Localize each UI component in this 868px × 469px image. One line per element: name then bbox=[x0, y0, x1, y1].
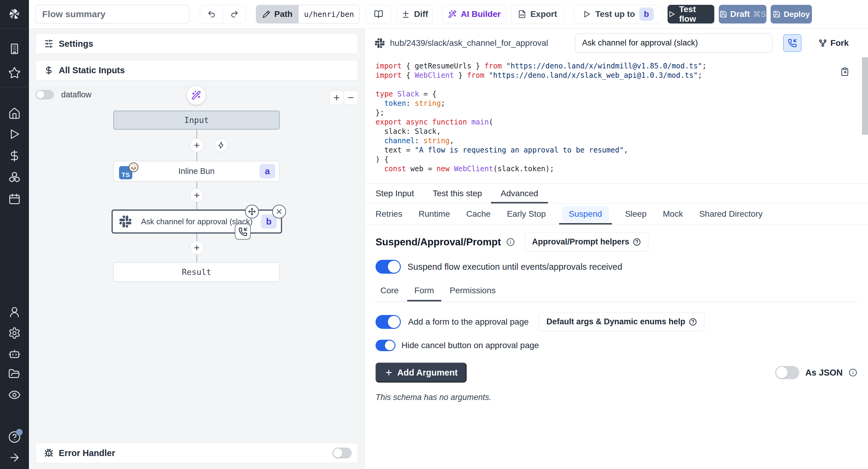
tab-step-input[interactable]: Step Input bbox=[375, 184, 414, 203]
delete-node-button[interactable] bbox=[272, 205, 286, 219]
suspend-section: Suspend/Approval/Prompt Approval/Prompt … bbox=[365, 224, 868, 402]
subtab-retries[interactable]: Retries bbox=[375, 204, 402, 224]
ai-builder-button[interactable]: AI Builder bbox=[442, 5, 506, 24]
add-form-toggle[interactable] bbox=[375, 315, 401, 329]
diff-button[interactable]: Diff bbox=[397, 5, 433, 24]
expand-sidebar-arrow-icon[interactable] bbox=[8, 451, 21, 464]
all-static-inputs-row[interactable]: All Static Inputs bbox=[36, 60, 358, 81]
move-node-handle[interactable] bbox=[245, 205, 259, 219]
tab-advanced[interactable]: Advanced bbox=[501, 184, 538, 203]
fork-button[interactable]: Fork bbox=[818, 38, 849, 48]
hide-cancel-toggle[interactable] bbox=[375, 340, 396, 351]
subtab-sleep[interactable]: Sleep bbox=[625, 204, 647, 224]
wand-sparkles-icon bbox=[448, 10, 457, 19]
plus-icon bbox=[193, 244, 200, 251]
test-flow-label: Test flow bbox=[679, 4, 714, 24]
plus-icon bbox=[193, 192, 200, 199]
inner-tab-form[interactable]: Form bbox=[414, 286, 434, 302]
home-icon[interactable] bbox=[8, 107, 21, 120]
inner-tab-core[interactable]: Core bbox=[380, 286, 399, 302]
insert-step-button-1[interactable] bbox=[190, 138, 204, 152]
all-static-inputs-label: All Static Inputs bbox=[59, 65, 125, 75]
flow-editor-panel: Settings All Static Inputs dataflow Inpu… bbox=[29, 29, 365, 469]
copy-code-button[interactable] bbox=[840, 67, 849, 76]
subtab-suspend[interactable]: Suspend bbox=[562, 204, 609, 224]
inner-tab-permissions[interactable]: Permissions bbox=[450, 286, 495, 302]
dataflow-toggle[interactable] bbox=[36, 90, 54, 99]
schedules-icon[interactable] bbox=[8, 193, 21, 205]
folders-icon[interactable] bbox=[8, 368, 21, 381]
deploy-button[interactable]: Deploy bbox=[771, 5, 812, 24]
zoom-out-button[interactable] bbox=[344, 90, 358, 105]
typescript-bun-icon: TS bbox=[119, 164, 140, 179]
error-handler-row[interactable]: Error Handler bbox=[36, 443, 358, 463]
audit-eye-icon[interactable] bbox=[8, 388, 21, 401]
subtab-early-stop[interactable]: Early Stop bbox=[507, 204, 546, 224]
workers-bot-icon[interactable] bbox=[8, 347, 21, 360]
plus-icon bbox=[193, 142, 200, 149]
default-args-help-button[interactable]: Default args & Dynamic enums help bbox=[539, 312, 704, 331]
subtab-cache[interactable]: Cache bbox=[466, 204, 491, 224]
export-button[interactable]: Export bbox=[511, 5, 564, 24]
path-edit-segment[interactable]: Path bbox=[256, 5, 299, 23]
inline-bun-label: Inline Bun bbox=[179, 167, 215, 176]
insert-step-button-3[interactable] bbox=[190, 241, 204, 255]
suspend-flow-toggle[interactable] bbox=[375, 260, 401, 274]
subtab-runtime[interactable]: Runtime bbox=[418, 204, 450, 224]
add-argument-button[interactable]: Add Argument bbox=[375, 363, 467, 382]
path-value[interactable]: u/henri/ben bbox=[299, 5, 360, 23]
flow-node-result[interactable]: Result bbox=[113, 262, 280, 282]
test-up-to-step-badge[interactable]: b bbox=[639, 7, 654, 21]
draft-label: Draft bbox=[730, 9, 750, 19]
redo-button[interactable] bbox=[223, 5, 246, 23]
flow-summary-input[interactable] bbox=[35, 5, 189, 24]
help-icon[interactable] bbox=[8, 431, 21, 443]
phone-incoming-icon bbox=[788, 39, 797, 48]
settings-row[interactable]: Settings bbox=[36, 33, 358, 54]
suspend-phone-incoming-indicator[interactable] bbox=[235, 224, 251, 240]
as-json-control: As JSON bbox=[775, 366, 857, 379]
step-header: hub/2439/slack/ask_channel_for_approval … bbox=[365, 29, 868, 57]
subtab-mock[interactable]: Mock bbox=[663, 204, 683, 224]
flow-node-inline-bun[interactable]: TS Inline Bun a bbox=[113, 161, 280, 182]
code-scrollbar[interactable] bbox=[862, 57, 868, 135]
ai-flow-wand-button[interactable] bbox=[187, 86, 206, 104]
step-name-input[interactable] bbox=[575, 33, 772, 53]
resources-icon[interactable] bbox=[8, 171, 21, 184]
settings-label: Settings bbox=[59, 39, 93, 49]
test-flow-button[interactable]: Test flow bbox=[668, 5, 714, 24]
book-open-icon bbox=[374, 10, 383, 19]
draft-button[interactable]: Draft ⌘S bbox=[719, 5, 767, 24]
approval-step-indicator-button[interactable] bbox=[783, 34, 801, 52]
windmill-logo[interactable] bbox=[0, 0, 29, 29]
favorites-star-icon[interactable] bbox=[8, 67, 21, 79]
test-up-to-button[interactable]: Test up to b bbox=[574, 5, 662, 24]
zoom-in-button[interactable] bbox=[330, 90, 344, 105]
step-tabs: Step Input Test this step Advanced bbox=[365, 184, 868, 204]
approval-prompt-helpers-button[interactable]: Approval/Prompt helpers bbox=[524, 232, 648, 251]
slack-icon bbox=[119, 216, 131, 227]
insert-step-button-2[interactable] bbox=[190, 188, 204, 202]
tab-test-this-step[interactable]: Test this step bbox=[433, 184, 482, 203]
code-editor[interactable]: import { getResumeUrls } from "https://d… bbox=[365, 57, 868, 184]
diff-icon bbox=[401, 10, 410, 19]
subtab-shared-directory[interactable]: Shared Directory bbox=[699, 204, 763, 224]
file-code-icon bbox=[518, 10, 526, 19]
flow-node-input[interactable]: Input bbox=[113, 111, 280, 130]
windmill-logo-icon bbox=[7, 7, 22, 21]
help-circle-icon bbox=[633, 238, 641, 246]
workspace-icon[interactable] bbox=[8, 42, 21, 55]
as-json-label: As JSON bbox=[805, 368, 843, 378]
users-icon[interactable] bbox=[8, 306, 21, 318]
settings-gear-icon[interactable] bbox=[8, 327, 21, 339]
path-control[interactable]: Path u/henri/ben bbox=[256, 5, 360, 24]
result-node-label: Result bbox=[182, 268, 211, 277]
as-json-toggle[interactable] bbox=[775, 366, 799, 379]
runs-icon[interactable] bbox=[8, 128, 21, 140]
docs-book-button[interactable] bbox=[366, 5, 391, 24]
undo-button[interactable] bbox=[200, 5, 223, 23]
variables-icon[interactable] bbox=[8, 150, 21, 162]
hub-path-text[interactable]: hub/2439/slack/ask_channel_for_approval bbox=[390, 38, 548, 48]
error-handler-toggle[interactable] bbox=[333, 447, 352, 459]
trigger-zap-button[interactable] bbox=[214, 138, 228, 152]
